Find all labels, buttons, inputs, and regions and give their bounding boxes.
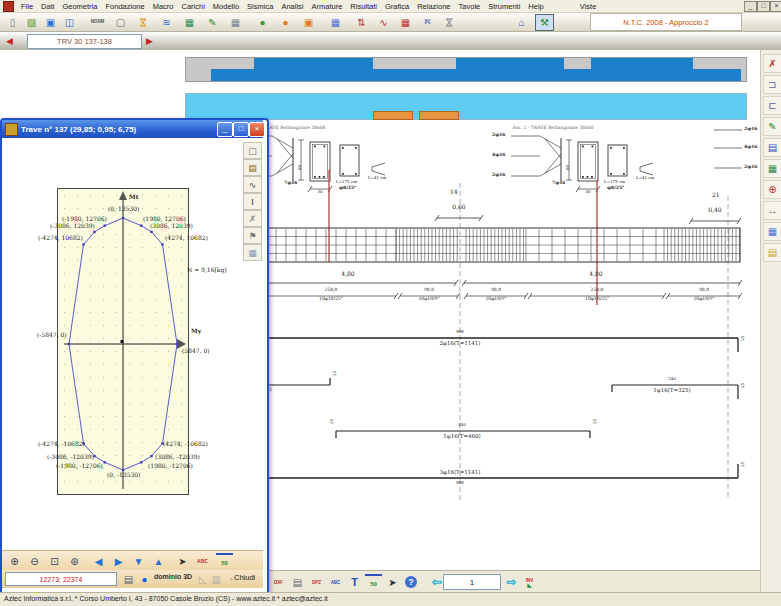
prev-element-button[interactable]: ◀ <box>6 36 13 46</box>
next-page-button[interactable]: ⇨ <box>503 574 520 590</box>
pan-up-icon[interactable]: ▲ <box>150 553 167 569</box>
menu-item-fondazione[interactable]: Fondazione <box>101 2 148 11</box>
table-view-icon[interactable]: ▦ <box>763 222 781 241</box>
menu-item-help[interactable]: Help <box>524 2 547 11</box>
inv-icon[interactable]: INV ◣ <box>521 574 538 590</box>
save-icon[interactable]: ▣ <box>41 14 60 31</box>
menu-item-macro[interactable]: Macro <box>149 2 178 11</box>
menu-item-sismica[interactable]: Sismica <box>243 2 277 11</box>
dpz-icon[interactable]: DPZ <box>308 574 325 590</box>
help-icon[interactable]: ? <box>405 576 417 588</box>
open-result-icon[interactable]: ▤ <box>243 159 262 176</box>
right-toolbar: ✗⊐⊏✎▤▦⊕↔▦▤ <box>760 50 781 592</box>
chart-point-label: (4274, -10682) <box>163 440 208 447</box>
keyboard-icon[interactable]: ▤ <box>120 571 137 587</box>
close-view-button[interactable]: Chiudi <box>234 573 255 582</box>
time-history-icon[interactable]: ⋈ <box>441 13 458 32</box>
select-region-icon[interactable]: ▢ <box>111 14 130 31</box>
app-logo-icon <box>3 1 14 12</box>
window-close-button[interactable]: × <box>249 122 265 137</box>
cursor-coords-field[interactable]: 12273; 22374 <box>5 572 117 586</box>
menu-item-geometria[interactable]: Geometria <box>58 2 101 11</box>
zoom-window-icon[interactable]: ⊡ <box>46 553 63 569</box>
layers-icon[interactable]: ≋ <box>157 14 176 31</box>
save-all-icon[interactable]: ◫ <box>60 14 79 31</box>
plan-segment <box>254 58 373 81</box>
select-rect-icon[interactable]: ▢ <box>243 142 262 159</box>
chart-point-label: (3086, 12039) <box>150 222 193 229</box>
plinth-sphere-icon[interactable]: ● <box>276 14 295 31</box>
text-tool-icon[interactable]: T <box>346 574 363 590</box>
mesh-green-icon[interactable]: ▦ <box>180 14 199 31</box>
menu-item-dati[interactable]: Dati <box>37 2 58 11</box>
menu-item-viste[interactable]: Viste <box>576 2 601 11</box>
text-i-icon[interactable]: I <box>243 193 262 210</box>
scale-icon[interactable]: 50 <box>365 574 382 592</box>
menu-item-tavole[interactable]: Tavole <box>455 2 485 11</box>
zoom-extents-icon[interactable]: ⊛ <box>66 553 83 569</box>
plan-segment <box>591 58 693 81</box>
float-window: Trave n° 137 (29,85; 0,95; 6,75) _ □ × M… <box>0 118 269 594</box>
dpz-spectrum-icon[interactable]: ∿ <box>374 14 393 31</box>
section-cut-b-icon[interactable]: ⊏ <box>763 96 781 115</box>
footing-icon[interactable]: ▣ <box>299 14 318 31</box>
color-map-icon[interactable]: ▦ <box>763 159 781 178</box>
building-icon[interactable]: ⌂ <box>512 14 531 31</box>
menu-item-relazione[interactable]: Relazione <box>413 2 454 11</box>
render-hammer-icon[interactable]: ⚒ <box>535 14 554 31</box>
zoom-out-icon[interactable]: ⊖ <box>26 553 43 569</box>
menu-item-modello[interactable]: Modello <box>209 2 243 11</box>
menu-item-risultati[interactable]: Risultati <box>346 2 381 11</box>
pan-down-icon[interactable]: ▼ <box>130 553 147 569</box>
dpz-load-icon[interactable]: ⇅ <box>352 14 371 31</box>
plan-segment <box>211 69 254 81</box>
chart-point-label: (-4274, 10682) <box>38 234 83 241</box>
mesh-blue-icon[interactable]: ▦ <box>326 14 345 31</box>
pan-right-icon[interactable]: ▶ <box>110 553 127 569</box>
page-number-field[interactable]: 1 <box>443 574 501 590</box>
minimize-button[interactable]: _ <box>744 1 757 12</box>
flag-icon[interactable]: ⚑ <box>243 227 262 244</box>
results-diagram-icon[interactable]: [h] <box>418 14 437 31</box>
close-button[interactable]: × <box>770 1 781 12</box>
delete-entity-icon[interactable]: ✗ <box>763 54 781 73</box>
abc-label-icon[interactable]: ABC <box>327 574 344 590</box>
window-minimize-button[interactable]: _ <box>217 122 233 137</box>
scale-50-icon[interactable]: 50 <box>216 553 233 571</box>
window-maximize-button[interactable]: □ <box>233 122 249 137</box>
current-element-field[interactable]: TRV 30 137-138 <box>27 34 142 49</box>
menu-item-grafica[interactable]: Grafica <box>381 2 413 11</box>
menu-item-armature[interactable]: Armature <box>307 2 346 11</box>
menu-item-analisi[interactable]: Analisi <box>277 2 307 11</box>
norm-icon[interactable]: NORM <box>88 14 107 31</box>
notes-icon[interactable]: ▤ <box>763 243 781 262</box>
select-point-icon[interactable]: ➤ <box>174 553 191 569</box>
print-preview-icon[interactable]: ▤ <box>289 574 306 590</box>
draw-pen-icon[interactable]: ✎ <box>203 14 222 31</box>
table-icon[interactable]: ▦ <box>243 244 262 261</box>
polyline-icon[interactable]: ∿ <box>243 176 262 193</box>
menu-item-file[interactable]: File <box>17 2 37 11</box>
dxf-export-icon[interactable]: DXF <box>270 574 287 590</box>
abc-icon[interactable]: ABC <box>194 553 211 569</box>
zoom-in-icon[interactable]: ⊕ <box>6 553 23 569</box>
dpz-table-icon[interactable]: ▦ <box>396 14 415 31</box>
menu-item-strumenti[interactable]: Strumenti <box>484 2 524 11</box>
next-element-button[interactable]: ▶ <box>146 36 153 46</box>
edit-pen-icon[interactable]: ✎ <box>763 117 781 136</box>
new-file-icon[interactable]: ▯ <box>3 14 22 31</box>
materials-icon[interactable]: ⋈ <box>135 13 152 32</box>
section-cut-a-icon[interactable]: ⊐ <box>763 75 781 94</box>
target-icon[interactable]: ⊕ <box>763 180 781 199</box>
pointer-icon[interactable]: ➤ <box>384 574 401 590</box>
pan-left-icon[interactable]: ◀ <box>90 553 107 569</box>
diagram-view-icon[interactable]: ▤ <box>763 138 781 157</box>
grid-icon[interactable]: ▦ <box>226 14 245 31</box>
sphere-3d-icon[interactable]: ● <box>136 571 153 587</box>
maximize-button[interactable]: □ <box>757 1 770 12</box>
delete-x-icon[interactable]: ✗ <box>243 210 262 227</box>
measure-icon[interactable]: ↔ <box>763 201 781 220</box>
node-sphere-icon[interactable]: ● <box>253 14 272 31</box>
open-file-icon[interactable]: ▨ <box>22 14 41 31</box>
menu-item-carichi[interactable]: Carichi <box>178 2 209 11</box>
